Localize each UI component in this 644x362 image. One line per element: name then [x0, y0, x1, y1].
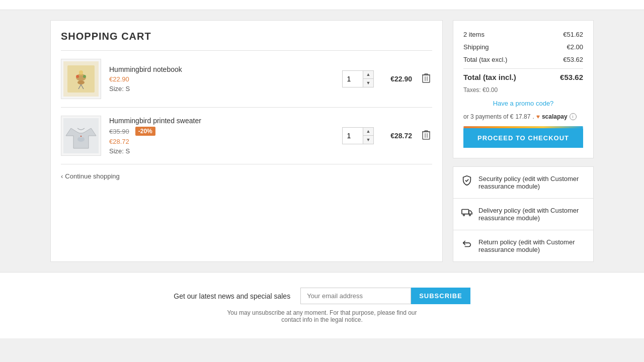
item-details-1: Hummingbird notebook €22.90 Size: S: [109, 65, 334, 93]
items-count-label: 2 items: [463, 31, 485, 38]
newsletter-label: Get our latest news and special sales: [174, 292, 290, 300]
chevron-left-icon: ‹: [61, 172, 63, 180]
item-price-2: €28.72: [109, 138, 334, 145]
footer-newsletter: Get our latest news and special sales SU…: [0, 272, 644, 338]
total-incl-label: Total (tax incl.): [463, 73, 516, 81]
page-content: SHOPPING CART: [0, 10, 644, 272]
qty-up-2[interactable]: ▲: [363, 128, 373, 136]
summary-shipping-row: Shipping €2.00: [463, 43, 583, 51]
promo-code-link[interactable]: Have a promo code?: [463, 100, 583, 107]
svg-rect-10: [423, 75, 430, 82]
svg-point-4: [79, 70, 83, 74]
truck-icon: [461, 207, 472, 220]
svg-rect-21: [423, 132, 430, 139]
subscribe-button[interactable]: SUBSCRIBE: [411, 288, 470, 304]
item-name-1: Hummingbird notebook: [109, 65, 334, 73]
scalapay-heart-icon: ♥: [536, 113, 540, 120]
delete-item-1[interactable]: [420, 71, 432, 87]
table-row: Hummingbird printed sweater €35.90 -20% …: [61, 108, 432, 164]
scalapay-logo: scalapay: [542, 113, 568, 120]
svg-point-6: [76, 75, 79, 78]
newsletter-row: Get our latest news and special sales SU…: [50, 288, 594, 304]
security-policy-text: Security policy (edit with Customer reas…: [478, 175, 585, 190]
product-image-2: [61, 116, 101, 156]
quantity-input-1[interactable]: [343, 71, 363, 87]
list-item: Return policy (edit with Customer reassu…: [453, 230, 593, 261]
qty-down-1[interactable]: ▼: [363, 79, 373, 87]
svg-point-7: [83, 75, 86, 78]
summary-total-excl-row: Total (tax excl.) €53.62: [463, 56, 583, 63]
item-details-2: Hummingbird printed sweater €35.90 -20% …: [109, 117, 334, 155]
policy-section: Security policy (edit with Customer reas…: [453, 166, 594, 262]
cart-section: SHOPPING CART: [50, 20, 443, 262]
return-icon: [461, 238, 472, 252]
svg-point-5: [77, 80, 85, 84]
item-quantity-1[interactable]: ▲ ▼: [342, 70, 374, 87]
original-price-2: €35.90: [109, 128, 129, 135]
svg-rect-28: [462, 210, 469, 214]
price-row-2: €35.90 -20%: [109, 127, 334, 136]
delivery-policy-text: Delivery policy (edit with Customer reas…: [478, 207, 585, 222]
qty-up-1[interactable]: ▲: [363, 71, 373, 79]
cart-items: Hummingbird notebook €22.90 Size: S ▲ ▼: [61, 50, 432, 164]
top-bar: [0, 0, 644, 10]
checkout-button[interactable]: PROCEED TO CHECKOUT: [463, 128, 583, 148]
item-size-2: Size: S: [109, 147, 334, 155]
item-quantity-2[interactable]: ▲ ▼: [342, 127, 374, 144]
info-icon[interactable]: i: [570, 113, 577, 120]
total-excl-label: Total (tax excl.): [463, 56, 507, 63]
total-incl-value: €53.62: [560, 73, 583, 81]
newsletter-form: SUBSCRIBE: [300, 288, 470, 304]
shield-icon: [461, 175, 472, 189]
discount-badge-2: -20%: [135, 127, 155, 136]
item-total-2: €28.72: [382, 132, 412, 140]
shipping-value: €2.00: [567, 43, 583, 51]
cart-title: SHOPPING CART: [61, 31, 432, 42]
list-item: Delivery policy (edit with Customer reas…: [453, 199, 593, 230]
item-name-2: Hummingbird printed sweater: [109, 117, 334, 125]
table-row: Hummingbird notebook €22.90 Size: S ▲ ▼: [61, 51, 432, 108]
total-excl-value: €53.62: [563, 56, 583, 63]
items-count-value: €51.62: [563, 31, 583, 38]
scalapay-row: or 3 payments of € 17.87 . ♥ scalapay i: [463, 113, 583, 120]
svg-point-30: [469, 215, 471, 216]
summary-items-row: 2 items €51.62: [463, 31, 583, 38]
order-summary: 2 items €51.62 Shipping €2.00 Total (tax…: [453, 20, 594, 262]
svg-point-20: [80, 136, 82, 137]
delete-item-2[interactable]: [420, 128, 432, 144]
continue-shopping-link[interactable]: ‹ Continue shopping: [61, 172, 432, 180]
taxes-row: Taxes: €0.00: [463, 86, 583, 94]
list-item: Security policy (edit with Customer reas…: [453, 167, 593, 199]
newsletter-notice: You may unsubscribe at any moment. For t…: [221, 309, 423, 323]
item-size-1: Size: S: [109, 85, 334, 93]
svg-point-29: [463, 215, 465, 216]
return-policy-text: Return policy (edit with Customer reassu…: [478, 238, 585, 253]
item-total-1: €22.90: [382, 75, 412, 83]
qty-down-2[interactable]: ▼: [363, 136, 373, 144]
quantity-input-2[interactable]: [343, 128, 363, 144]
product-image-1: [61, 59, 101, 99]
summary-box: 2 items €51.62 Shipping €2.00 Total (tax…: [453, 20, 594, 158]
email-input[interactable]: [300, 288, 411, 304]
item-price-1: €22.90: [109, 75, 334, 83]
shipping-label: Shipping: [463, 43, 489, 51]
summary-total-incl-row: Total (tax incl.) €53.62: [463, 68, 583, 81]
